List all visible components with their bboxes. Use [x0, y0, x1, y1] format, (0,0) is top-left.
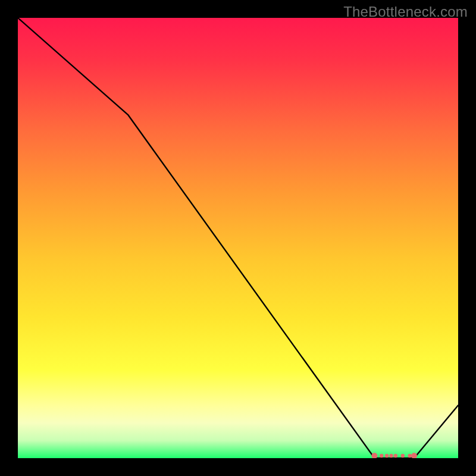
marker-dot	[394, 454, 397, 458]
marker-dot	[380, 454, 383, 458]
watermark-label: TheBottleneck.com	[343, 4, 468, 20]
marker-dot	[401, 454, 405, 458]
chart-overlay-svg	[18, 18, 458, 458]
marker-dot	[371, 453, 377, 458]
bottleneck-curve	[18, 18, 458, 458]
optimal-zone-markers	[371, 453, 417, 458]
chart-frame: TheBottleneck.com	[0, 0, 476, 476]
marker-dot	[408, 454, 411, 458]
marker-dot	[385, 454, 389, 458]
marker-dot	[389, 454, 393, 458]
marker-dot	[411, 453, 417, 458]
